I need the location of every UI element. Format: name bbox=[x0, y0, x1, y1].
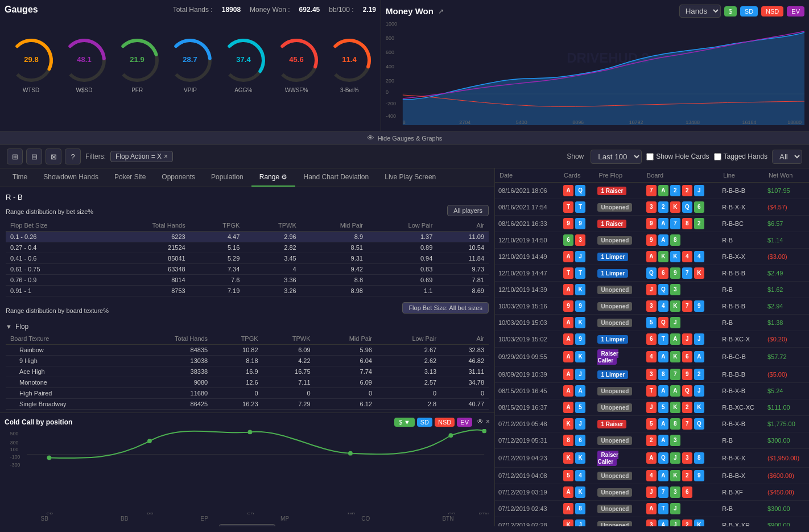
tab-range[interactable]: Range ⚙ bbox=[251, 168, 296, 187]
list-item[interactable]: 08/15/2019 16:37 A5 Unopened J5K2K R-B-X… bbox=[495, 399, 809, 416]
tabs: TimeShowdown HandsPoker SiteOpponentsPop… bbox=[0, 168, 494, 187]
gauge-pfr: 21.9 PFR bbox=[112, 35, 163, 93]
chart-external-icon[interactable]: ↗ bbox=[438, 7, 444, 15]
list-item[interactable]: 07/12/2019 05:48 KJ 1 Raiser 5A87Q R-B-X… bbox=[495, 416, 809, 432]
table-row[interactable]: Rainbow 84835 10.82 6.09 5.96 2.67 32.83 bbox=[6, 345, 489, 356]
table-row[interactable]: 0.76 - 0.9 8014 7.6 3.36 8.8 0.69 7.81 bbox=[6, 275, 489, 286]
card: T bbox=[563, 267, 573, 279]
card: 4 bbox=[694, 251, 704, 262]
cc-eye-icon[interactable]: 👁 bbox=[477, 418, 484, 427]
svg-text:600: 600 bbox=[386, 50, 394, 55]
list-item[interactable]: 08/16/2021 18:06 AQ 1 Raiser 7A22J R-B-B… bbox=[495, 183, 809, 199]
card: A bbox=[563, 351, 573, 362]
flop-bet-btn[interactable]: Flop Bet Size: All bet sizes bbox=[402, 302, 489, 314]
left-panel: TimeShowdown HandsPoker SiteOpponentsPop… bbox=[0, 168, 495, 526]
right-panel: Date Cards Pre Flop Board Line Net Won 0… bbox=[495, 168, 809, 526]
table-icon[interactable]: ⊠ bbox=[46, 149, 61, 164]
cc-dollar-btn[interactable]: $ ▼ bbox=[394, 418, 415, 427]
tab-live-play-screen[interactable]: Live Play Screen bbox=[377, 168, 444, 187]
card: A bbox=[658, 185, 668, 196]
cc-close-icon[interactable]: × bbox=[486, 418, 490, 427]
list-item[interactable]: 07/12/2019 04:08 54 Unopened 4AK29 R-B-B… bbox=[495, 468, 809, 484]
card: 8 bbox=[575, 503, 585, 514]
show-hole-cards-checkbox[interactable] bbox=[646, 153, 654, 160]
table-row[interactable]: Single Broadway 86425 16.23 7.29 6.12 2.… bbox=[6, 399, 489, 410]
list-item[interactable]: 07/12/2019 03:19 AK Unopened J736 R-B-XF… bbox=[495, 484, 809, 501]
filter-remove-btn[interactable]: × bbox=[164, 152, 168, 160]
list-item[interactable]: 10/03/2019 15:16 99 Unopened 34K79 R-B-B… bbox=[495, 298, 809, 315]
hh-date: 07/12/2019 02:28 bbox=[495, 517, 559, 527]
card: 2 bbox=[682, 185, 692, 196]
hh-date: 12/10/2019 14:49 bbox=[495, 249, 559, 265]
tab-population[interactable]: Population bbox=[203, 168, 251, 187]
card: 9 bbox=[563, 300, 573, 312]
table-row[interactable]: 0.61 - 0.75 63348 7.34 4 9.42 0.83 9.73 bbox=[6, 264, 489, 275]
list-item[interactable]: 08/16/2021 17:54 TT Unopened 32KQ6 R-B-X… bbox=[495, 199, 809, 216]
hide-bar[interactable]: 👁 Hide Gauges & Graphs bbox=[0, 131, 809, 145]
cc-nsd-btn[interactable]: NSD bbox=[435, 418, 455, 427]
table-row[interactable]: 9 High 13038 8.18 4.22 6.04 2.62 46.82 bbox=[6, 356, 489, 366]
table-row[interactable]: 0.41 - 0.6 85041 5.29 3.45 9.31 0.94 11.… bbox=[6, 253, 489, 264]
list-item[interactable]: 08/16/2021 16:33 99 1 Raiser 9A782 R-B-B… bbox=[495, 216, 809, 232]
layout-icon[interactable]: ⊟ bbox=[26, 149, 42, 164]
tab-poker-site[interactable]: Poker Site bbox=[106, 168, 154, 187]
show-select[interactable]: Last 100 Last 500 All bbox=[591, 150, 642, 164]
gauge-row: 29.8 WTSD 48.1 W$SD 21.9 PFR 28.7 VPIP 3… bbox=[5, 18, 376, 109]
tab-opponents[interactable]: Opponents bbox=[154, 168, 203, 187]
tagged-hands-checkbox[interactable] bbox=[714, 153, 721, 160]
hh-board: 6TAJJ bbox=[642, 331, 719, 348]
tag-all-select[interactable]: All bbox=[772, 150, 802, 164]
tab-showdown-hands[interactable]: Showdown Hands bbox=[35, 168, 106, 187]
list-item[interactable]: 08/15/2019 16:45 AA Unopened TAAQJ R-B-X… bbox=[495, 383, 809, 399]
card: 8 bbox=[682, 218, 692, 229]
flop-section-header[interactable]: ▼ Flop bbox=[6, 323, 489, 331]
all-players-btn[interactable]: All players bbox=[447, 205, 489, 216]
tab-time[interactable]: Time bbox=[5, 168, 35, 187]
svg-text:BB: BB bbox=[147, 512, 154, 514]
dollar-btn[interactable]: $ bbox=[724, 6, 737, 17]
list-item[interactable]: 12/10/2019 14:39 AK Unopened JQ3 R-B $1.… bbox=[495, 282, 809, 298]
list-item[interactable]: 12/10/2019 14:49 AJ 1 Limper AKK44 R-B-X… bbox=[495, 249, 809, 265]
hh-cards: AA bbox=[559, 383, 594, 399]
sd-btn[interactable]: SD bbox=[740, 6, 758, 17]
table-row[interactable]: 0.91 - 1 8753 7.19 3.26 8.98 1.1 8.69 bbox=[6, 286, 489, 296]
hh-preflop: 1 Limper bbox=[594, 249, 642, 265]
list-item[interactable]: 09/29/2019 09:55 AK RaiserCaller 4AK6A R… bbox=[495, 348, 809, 366]
hands-dropdown[interactable]: Hands bbox=[679, 5, 721, 18]
table-row[interactable]: Monotone 9080 12.6 7.11 6.09 2.57 34.78 bbox=[6, 377, 489, 388]
card: 6 bbox=[694, 201, 704, 213]
table-row[interactable]: High Paired 11680 0 0 0 0 0 bbox=[6, 388, 489, 399]
hh-col-cards: Cards bbox=[559, 168, 594, 183]
ev-btn[interactable]: EV bbox=[787, 6, 804, 17]
pre-flop-badge: Unopened bbox=[597, 488, 632, 497]
hh-preflop: 1 Raiser bbox=[594, 416, 642, 432]
list-item[interactable]: 07/12/2019 04:23 KK RaiserCaller AQJ38 R… bbox=[495, 449, 809, 468]
table-row[interactable]: Ace High 38338 16.9 16.75 7.74 3.13 31.1… bbox=[6, 366, 489, 377]
hh-board: J5K2K bbox=[642, 399, 719, 416]
question-icon[interactable]: ? bbox=[65, 149, 81, 164]
svg-point-36 bbox=[482, 429, 486, 433]
table-row[interactable]: 0.27 - 0.4 21524 5.16 2.82 8.51 0.89 10.… bbox=[6, 242, 489, 253]
list-item[interactable]: 07/12/2019 05:31 86 Unopened 2A3 R-B $30… bbox=[495, 432, 809, 449]
list-item[interactable]: 10/03/2019 15:02 A9 1 Limper 6TAJJ R-B-X… bbox=[495, 331, 809, 348]
list-item[interactable]: 07/12/2019 02:28 KJ Unopened 3AJ2K R-B-X… bbox=[495, 517, 809, 527]
gauge-label-VPIP: VPIP bbox=[184, 87, 197, 93]
cc-sd-btn[interactable]: SD bbox=[417, 418, 432, 427]
card: 7 bbox=[646, 185, 657, 196]
hh-line: R-B-X-B bbox=[719, 383, 764, 399]
card: 8 bbox=[670, 234, 680, 246]
nsd-btn[interactable]: NSD bbox=[761, 6, 783, 17]
eye-off-icon: 👁 bbox=[367, 134, 374, 142]
list-item[interactable]: 12/10/2019 14:50 63 Unopened 9A8 R-B $1.… bbox=[495, 232, 809, 249]
card: J bbox=[670, 519, 680, 526]
list-item[interactable]: 07/12/2019 02:43 A8 Unopened ATJ R-B $30… bbox=[495, 501, 809, 517]
list-item[interactable]: 12/10/2019 14:47 TT 1 Limper Q697K R-B-B… bbox=[495, 265, 809, 282]
grid-icon[interactable]: ⊞ bbox=[7, 149, 23, 164]
table-row[interactable]: 0.1 - 0.26 6223 4.47 2.96 8.9 1.37 11.09 bbox=[6, 232, 489, 242]
list-item[interactable]: 09/09/2019 10:39 AJ 1 Limper 38792 R-B-B… bbox=[495, 366, 809, 383]
tab-hand-chart-deviation[interactable]: Hand Chart Deviation bbox=[295, 168, 377, 187]
list-item[interactable]: 10/03/2019 15:03 AK Unopened 5QJ R-B $1.… bbox=[495, 315, 809, 331]
cc-ev-btn[interactable]: EV bbox=[457, 418, 472, 427]
add-widget-btn[interactable]: Add Widget bbox=[219, 524, 275, 526]
card: 6 bbox=[575, 435, 585, 446]
